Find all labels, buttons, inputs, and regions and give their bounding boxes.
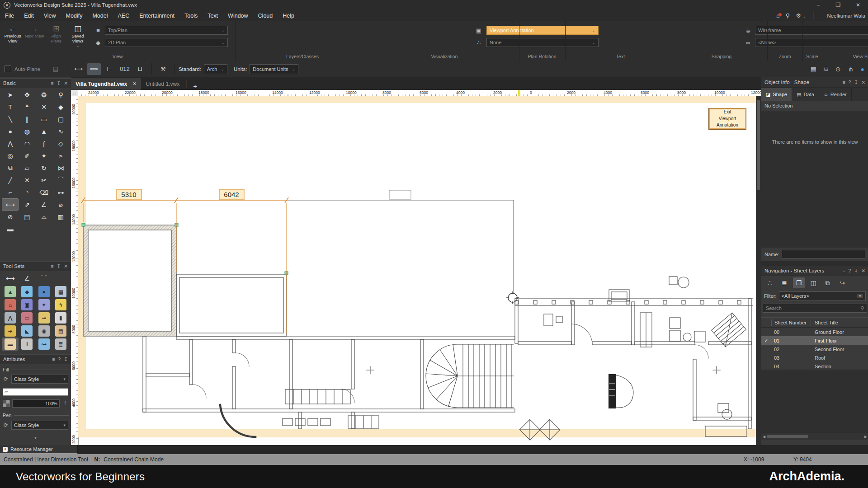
angular-dimension-tool[interactable]: ∠ <box>36 198 52 211</box>
radial-dimension-tool[interactable]: ⌀ <box>52 198 69 211</box>
ellipse-tool[interactable]: ◍ <box>19 125 35 137</box>
tool-preferences-icon[interactable]: ⚒ <box>156 63 170 75</box>
close-icon[interactable]: ✕ <box>861 80 865 85</box>
view-mode-icon[interactable]: ≡ <box>93 26 103 35</box>
eraser-tool[interactable]: ⌫ <box>36 186 52 198</box>
panel-menu-icon[interactable]: ≡ <box>842 268 845 273</box>
gear-icon[interactable]: ⚙ ⌄ <box>796 12 806 19</box>
close-icon[interactable]: ✕ <box>64 263 68 269</box>
select-similar-tool[interactable]: ➣ <box>52 150 69 162</box>
visualization-toolset[interactable]: ▣ <box>19 298 35 311</box>
references-icon[interactable]: ↪ <box>836 277 848 288</box>
pen-style-dropdown[interactable]: Class Style▾ <box>11 421 68 430</box>
menu-item[interactable]: Window <box>223 13 253 19</box>
shape-tab[interactable]: ◪Shape <box>761 88 792 101</box>
palette-menu-icon[interactable]: ≡ <box>51 263 53 269</box>
saved-views-button[interactable]: ◫Saved Views⌄ <box>67 24 89 50</box>
pin-icon[interactable]: ↧ <box>854 268 858 273</box>
palette-options-icon[interactable]: ⧉ <box>824 65 828 73</box>
document-tab-inactive[interactable]: Untitled 1.vwx <box>141 78 184 90</box>
close-icon[interactable]: ✕ <box>861 268 865 273</box>
pin-icon[interactable]: ↧ <box>57 263 61 269</box>
fillet-tool[interactable]: ⌒ <box>52 174 69 186</box>
help-icon[interactable]: ? <box>849 268 851 273</box>
menu-item[interactable]: Modify <box>61 13 88 19</box>
camera-toolset[interactable]: ◉ <box>36 324 52 338</box>
opacity-menu-icon[interactable]: ⁞ <box>62 400 68 407</box>
visibility-options-icon[interactable]: ⊙ <box>835 66 841 73</box>
space-planning-toolset[interactable]: ▦ <box>52 285 69 298</box>
building-shell-toolset[interactable]: ⌂ <box>2 298 19 311</box>
circle-tool[interactable]: ● <box>2 125 19 137</box>
pen-style-icon[interactable]: ⟳ <box>3 422 9 428</box>
unconstrained-dimension-tool[interactable]: ⇗ <box>19 198 35 211</box>
panel-splitter[interactable] <box>761 261 868 266</box>
protractor-tool[interactable]: ⌓ <box>36 211 52 223</box>
user-name[interactable]: Neelkumar Wala <box>827 13 865 19</box>
move-by-points-tool[interactable]: ⧉ <box>2 162 19 174</box>
ordinate-dimension-mode[interactable]: 012 <box>118 63 132 75</box>
sheet-layer-row[interactable]: 00 Ground Floor <box>761 328 868 336</box>
rotate-tool[interactable]: ↻ <box>36 162 52 174</box>
trim-tool[interactable]: ✕ <box>19 174 35 186</box>
extrude-tool[interactable]: ◆ <box>52 101 69 113</box>
hierarchy-options-icon[interactable]: ⋔ <box>848 66 854 73</box>
previous-view-button[interactable]: ←Previous View <box>2 24 24 50</box>
view-dropdown[interactable]: Top/Plan⌄ <box>105 26 228 35</box>
close-tab-icon[interactable]: ✕ <box>132 81 137 87</box>
menu-item[interactable]: View <box>39 13 61 19</box>
menu-item[interactable]: Edit <box>19 13 39 19</box>
fill-style-icon[interactable]: ⟳ <box>3 376 9 382</box>
pin-icon[interactable]: ↧ <box>64 357 68 362</box>
projection-icon[interactable]: ◆ <box>93 38 103 47</box>
ramps-toolset[interactable]: ◣ <box>19 324 35 338</box>
palette-menu-icon[interactable]: ≡ <box>52 357 55 362</box>
polyline-tool[interactable]: ◠ <box>19 137 35 150</box>
name-input[interactable] <box>782 250 865 258</box>
offset-tool[interactable]: ◝ <box>19 186 35 198</box>
constrained-dimension-tool[interactable]: ⟷ <box>2 198 19 211</box>
tape-measure-tool[interactable]: ▤ <box>19 211 35 223</box>
flyover-tool[interactable]: ❂ <box>36 89 52 101</box>
curve-tool[interactable]: ∫ <box>36 137 52 150</box>
close-button[interactable]: ✕ <box>848 0 868 10</box>
search-icon[interactable]: ⚲ <box>786 12 790 19</box>
smart-cursor-icon[interactable]: ● <box>861 66 864 73</box>
baseline-dimension-mode[interactable]: ⊢ <box>103 63 116 75</box>
menu-item[interactable]: Help <box>278 13 299 19</box>
maximize-button[interactable]: ❐ <box>828 0 848 10</box>
angular-dimension-icon[interactable]: ∠ <box>19 272 35 284</box>
menu-item[interactable]: Tools <box>179 13 203 19</box>
fill-style-dropdown[interactable]: Class Style▾ <box>11 375 68 384</box>
search-input[interactable]: Search⚲ <box>763 304 867 313</box>
selector-mode[interactable]: ⊔ <box>133 63 147 75</box>
wayfinding-toolset[interactable]: ➔ <box>2 324 19 338</box>
mirror-tool[interactable]: ⋈ <box>52 162 69 174</box>
machine-design-toolset[interactable]: ≣ <box>52 338 69 351</box>
sheet-layer-row[interactable]: ✓ 01 First Floor <box>761 336 868 345</box>
units-dropdown[interactable]: Document Units⌄ <box>250 64 298 74</box>
standard-dropdown[interactable]: Arch⌄ <box>204 64 227 74</box>
chamfer-tool[interactable]: ⌐ <box>2 186 19 198</box>
panel-menu-icon[interactable]: ≡ <box>842 80 845 85</box>
close-icon[interactable]: ✕ <box>64 80 68 86</box>
design-layers-icon[interactable]: ≣ <box>778 277 790 288</box>
zoom-tool[interactable]: ⚲ <box>52 89 69 101</box>
help-icon[interactable]: ? <box>849 80 851 85</box>
projection-dropdown[interactable]: 2D Plan⌄ <box>105 38 228 47</box>
drawing-canvas[interactable]: ▱ 24000220002000018000160001400012000100… <box>71 90 761 445</box>
classes-icon[interactable]: ∴ <box>764 277 776 288</box>
scroll-thumb[interactable] <box>767 435 808 438</box>
detail-callout-tool[interactable]: ▥ <box>52 211 69 223</box>
cable-tools-toolset[interactable]: ⊸ <box>36 311 52 324</box>
pin-icon[interactable]: ↧ <box>854 80 858 85</box>
attribute-mapping-tool[interactable]: ▬ <box>2 223 19 235</box>
furnishing-toolset[interactable]: ▤ <box>52 324 69 338</box>
home-icon[interactable]: ⌂ <box>776 12 780 19</box>
chain-dimension-mode[interactable]: ⟺ <box>87 63 101 75</box>
text-tool[interactable]: T <box>2 101 19 113</box>
opacity-checker-icon[interactable] <box>3 400 10 407</box>
sheet-layer-row[interactable]: 03 Roof <box>761 353 868 362</box>
menu-item[interactable]: Entertainment <box>134 13 179 19</box>
render-tab[interactable]: ☕Render <box>819 88 852 101</box>
